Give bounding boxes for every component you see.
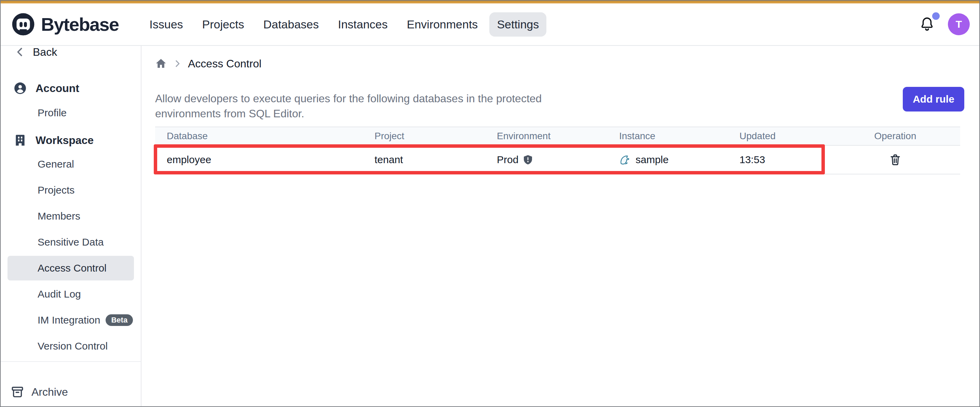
table-row[interactable]: employee tenant Prod [155, 146, 960, 174]
brand-logo[interactable]: Bytebase [11, 12, 119, 37]
im-integration-label: IM Integration [38, 314, 100, 326]
notification-bell-button[interactable] [918, 16, 935, 33]
sidebar-item-archive[interactable]: Archive [11, 382, 68, 402]
page-description: Allow developers to execute queries for … [155, 91, 571, 121]
archive-label: Archive [32, 386, 68, 399]
sidebar-item-version-control[interactable]: Version Control [8, 334, 134, 358]
nav-item-databases[interactable]: Databases [256, 12, 326, 37]
sidebar-item-members[interactable]: Members [8, 204, 134, 228]
environment-cell: Prod [485, 154, 608, 166]
table-header-row: Database Project Environment Instance Up… [155, 126, 960, 146]
column-header-operation: Operation [830, 131, 960, 142]
avatar[interactable]: T [948, 13, 970, 35]
sidebar-item-sensitive-data[interactable]: Sensitive Data [8, 230, 134, 254]
instance-name: sample [636, 154, 669, 166]
beta-badge: Beta [106, 314, 133, 326]
chevron-left-icon [15, 47, 25, 57]
workspace-section-label: Workspace [35, 134, 94, 147]
nav-item-environments[interactable]: Environments [399, 12, 485, 37]
back-label: Back [33, 46, 57, 59]
sidebar-item-general[interactable]: General [8, 152, 134, 177]
sidebar-item-profile[interactable]: Profile [1, 102, 141, 123]
workspace-items: General Projects Members Sensitive Data … [1, 152, 141, 358]
nav-item-settings[interactable]: Settings [489, 12, 546, 37]
settings-sidebar: Back Account Profile [1, 46, 142, 406]
building-icon [14, 134, 27, 147]
updated-cell: 13:53 [728, 154, 830, 166]
bytebase-logo-icon [11, 12, 35, 37]
app-window: Bytebase Issues Projects Databases Insta… [0, 0, 980, 407]
nav-item-projects[interactable]: Projects [195, 12, 252, 37]
column-header-environment: Environment [485, 131, 608, 142]
delete-rule-button[interactable] [888, 152, 902, 167]
trash-icon [890, 153, 901, 166]
column-header-project: Project [363, 131, 485, 142]
nav-item-instances[interactable]: Instances [331, 12, 395, 37]
brand-wordmark: Bytebase [41, 14, 119, 35]
project-cell: tenant [363, 154, 485, 166]
column-header-updated: Updated [728, 131, 830, 142]
sidebar-item-im-integration[interactable]: IM Integration Beta [8, 308, 134, 332]
shield-exclamation-icon [523, 155, 533, 165]
column-header-instance: Instance [608, 131, 728, 142]
instance-cell: sample [608, 154, 728, 166]
back-button[interactable]: Back [1, 46, 141, 63]
navbar: Bytebase Issues Projects Databases Insta… [1, 3, 979, 46]
column-header-database: Database [155, 131, 363, 142]
notification-dot-badge [932, 12, 940, 20]
main-nav: Issues Projects Databases Instances Envi… [142, 12, 546, 37]
access-rules-table: Database Project Environment Instance Up… [155, 126, 960, 174]
account-section-label: Account [35, 82, 79, 95]
sidebar-section-workspace[interactable]: Workspace [1, 130, 141, 150]
breadcrumb: Access Control [155, 56, 979, 72]
environment-name: Prod [497, 154, 519, 166]
mysql-dolphin-icon [619, 154, 631, 165]
archive-icon [11, 385, 24, 399]
sidebar-section-account[interactable]: Account [1, 78, 141, 99]
app-body: Back Account Profile [1, 46, 979, 406]
nav-item-issues[interactable]: Issues [142, 12, 190, 37]
sidebar-item-access-control[interactable]: Access Control [8, 256, 134, 281]
sidebar-item-audit-log[interactable]: Audit Log [8, 282, 134, 306]
operation-cell [830, 152, 960, 167]
top-banner-strip [1, 1, 979, 3]
add-rule-button[interactable]: Add rule [903, 87, 964, 112]
navbar-right: T [918, 13, 970, 35]
home-icon[interactable] [155, 58, 167, 69]
database-cell: employee [155, 154, 363, 166]
chevron-right-icon [173, 59, 182, 68]
main-content: Access Control Allow developers to execu… [142, 46, 979, 406]
user-circle-icon [14, 82, 27, 95]
sidebar-divider [1, 361, 141, 362]
sidebar-item-projects[interactable]: Projects [8, 178, 134, 203]
breadcrumb-current: Access Control [188, 57, 261, 70]
